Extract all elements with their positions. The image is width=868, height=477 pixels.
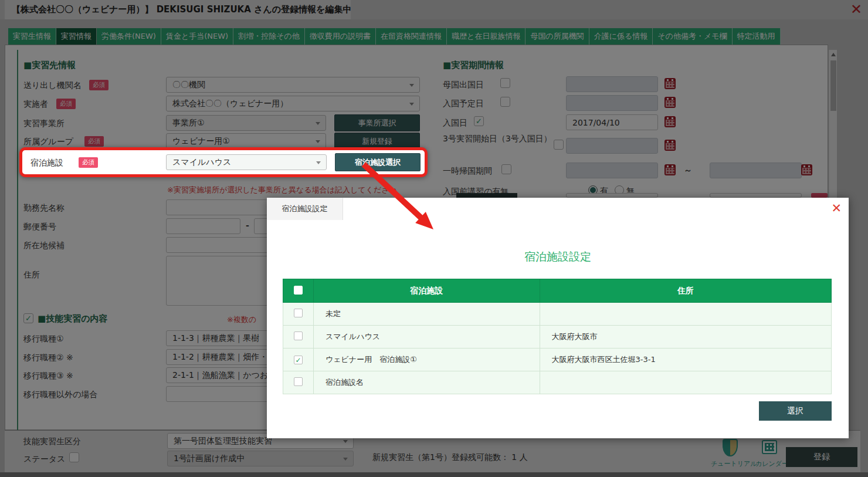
modal-title: 宿泊施設設定 (267, 249, 849, 265)
row-checkbox[interactable] (294, 309, 303, 317)
shukuhaku-label: 宿泊施設 (30, 158, 63, 168)
facility-table-header-row: 宿泊施設 住所 (283, 279, 832, 303)
shukuhaku-select[interactable]: スマイルハウス (166, 154, 327, 170)
facility-cell: 宿泊施設名 (313, 371, 540, 394)
address-cell (540, 303, 831, 326)
shukuhaku-select-button[interactable]: 宿泊施設選択 (335, 153, 421, 171)
address-cell (540, 371, 831, 394)
app-window: 【株式会社〇〇（ウェビナー用）】 DEKISUGI SHIZUKA さんの登録情… (0, 0, 868, 477)
header-checkbox[interactable] (294, 286, 303, 295)
facility-cell: 未定 (313, 303, 540, 326)
row-checkbox[interactable] (294, 331, 303, 340)
table-row: 宿泊施設名 (283, 371, 832, 394)
shukuhaku-required-badge: 必須 (79, 157, 98, 168)
facility-cell: スマイルハウス (313, 326, 540, 349)
table-row: ✓ ウェビナー用 宿泊施設① 大阪府大阪市西区土佐堀3-3-1 (283, 349, 832, 371)
row-checkbox-checked[interactable]: ✓ (294, 356, 303, 364)
row-checkbox[interactable] (294, 377, 303, 386)
table-row: 未定 (283, 303, 832, 326)
facility-cell: ウェビナー用 宿泊施設① (313, 349, 540, 371)
table-row: スマイルハウス 大阪府大阪市 (283, 326, 832, 349)
facility-column-header: 宿泊施設 (313, 279, 540, 303)
address-column-header: 住所 (540, 279, 831, 303)
shukuhaku-modal: 宿泊施設設定 ✕ 宿泊施設設定 宿泊施設 住所 未定 スマイルハウス 大阪府大阪… (267, 198, 849, 438)
address-cell: 大阪府大阪市西区土佐堀3-3-1 (540, 349, 831, 371)
facility-table: 宿泊施設 住所 未定 スマイルハウス 大阪府大阪市 ✓ ウェビナー用 宿泊施設①… (283, 279, 832, 394)
modal-close-icon[interactable]: ✕ (831, 201, 842, 215)
address-cell: 大阪府大阪市 (540, 326, 831, 349)
highlight-annotation-box: 宿泊施設 必須 スマイルハウス 宿泊施設選択 (19, 147, 428, 177)
modal-tab[interactable]: 宿泊施設設定 (267, 198, 343, 220)
modal-select-button[interactable]: 選択 (759, 401, 832, 421)
